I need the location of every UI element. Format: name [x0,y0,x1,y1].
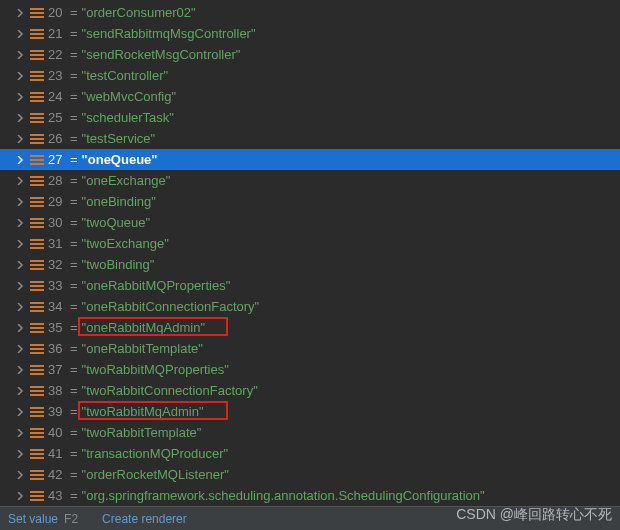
row-value: "orderConsumer02" [82,5,196,20]
list-icon [30,386,44,396]
row-index: 36 [48,341,66,356]
row-value: "transactionMQProducer" [82,446,229,461]
tree-row[interactable]: 40="twoRabbitTemplate" [0,422,620,443]
chevron-right-icon[interactable] [14,154,26,166]
equals-sign: = [70,362,78,377]
tree-row[interactable]: 23="testController" [0,65,620,86]
tree-row[interactable]: 29="oneBinding" [0,191,620,212]
row-value: "oneRabbitMQProperties" [82,278,231,293]
chevron-right-icon[interactable] [14,91,26,103]
chevron-right-icon[interactable] [14,427,26,439]
list-icon [30,50,44,60]
tree-row[interactable]: 37="twoRabbitMQProperties" [0,359,620,380]
row-index: 42 [48,467,66,482]
chevron-right-icon[interactable] [14,112,26,124]
row-index: 39 [48,404,66,419]
chevron-right-icon[interactable] [14,343,26,355]
chevron-right-icon[interactable] [14,7,26,19]
equals-sign: = [70,278,78,293]
chevron-right-icon[interactable] [14,322,26,334]
tree-row[interactable]: 30="twoQueue" [0,212,620,233]
tree-row[interactable]: 39="twoRabbitMqAdmin" [0,401,620,422]
tree-row[interactable]: 33="oneRabbitMQProperties" [0,275,620,296]
row-index: 33 [48,278,66,293]
chevron-right-icon[interactable] [14,49,26,61]
list-icon [30,197,44,207]
tree-row[interactable]: 42="orderRocketMQListener" [0,464,620,485]
tree-row[interactable]: 43="org.springframework.scheduling.annot… [0,485,620,506]
list-icon [30,365,44,375]
row-value: "oneQueue" [82,152,158,167]
row-index: 43 [48,488,66,503]
chevron-right-icon[interactable] [14,448,26,460]
equals-sign: = [70,194,78,209]
row-value: "testService" [82,131,156,146]
tree-row[interactable]: 21="sendRabbitmqMsgController" [0,23,620,44]
equals-sign: = [70,299,78,314]
row-index: 32 [48,257,66,272]
equals-sign: = [70,89,78,104]
chevron-right-icon[interactable] [14,133,26,145]
chevron-right-icon[interactable] [14,469,26,481]
tree-row[interactable]: 22="sendRocketMsgController" [0,44,620,65]
row-value: "twoExchange" [82,236,169,251]
tree-row[interactable]: 35="oneRabbitMqAdmin" [0,317,620,338]
chevron-right-icon[interactable] [14,490,26,502]
create-renderer-link[interactable]: Create renderer [102,512,187,526]
chevron-right-icon[interactable] [14,28,26,40]
row-value: "twoRabbitConnectionFactory" [82,383,258,398]
set-value-link[interactable]: Set value [8,512,58,526]
chevron-right-icon[interactable] [14,238,26,250]
chevron-right-icon[interactable] [14,70,26,82]
chevron-right-icon[interactable] [14,196,26,208]
row-value: "twoRabbitMQProperties" [82,362,229,377]
row-index: 40 [48,425,66,440]
tree-row[interactable]: 28="oneExchange" [0,170,620,191]
list-icon [30,92,44,102]
list-icon [30,407,44,417]
chevron-right-icon[interactable] [14,175,26,187]
debug-tree: 20="orderConsumer02"21="sendRabbitmqMsgC… [0,0,620,527]
list-icon [30,491,44,501]
tree-row[interactable]: 31="twoExchange" [0,233,620,254]
chevron-right-icon[interactable] [14,280,26,292]
equals-sign: = [70,68,78,83]
row-index: 41 [48,446,66,461]
row-value: "oneBinding" [82,194,156,209]
equals-sign: = [70,26,78,41]
tree-row[interactable]: 24="webMvcConfig" [0,86,620,107]
tree-row[interactable]: 34="oneRabbitConnectionFactory" [0,296,620,317]
list-icon [30,302,44,312]
tree-row[interactable]: 41="transactionMQProducer" [0,443,620,464]
row-index: 21 [48,26,66,41]
tree-row[interactable]: 36="oneRabbitTemplate" [0,338,620,359]
equals-sign: = [70,215,78,230]
tree-row[interactable]: 27="oneQueue" [0,149,620,170]
chevron-right-icon[interactable] [14,301,26,313]
equals-sign: = [70,467,78,482]
chevron-right-icon[interactable] [14,406,26,418]
tree-row[interactable]: 25="schedulerTask" [0,107,620,128]
equals-sign: = [70,236,78,251]
row-value: "webMvcConfig" [82,89,177,104]
equals-sign: = [70,47,78,62]
row-value: "oneExchange" [82,173,171,188]
row-index: 26 [48,131,66,146]
tree-row[interactable]: 38="twoRabbitConnectionFactory" [0,380,620,401]
equals-sign: = [70,320,78,335]
row-index: 22 [48,47,66,62]
row-value: "sendRabbitmqMsgController" [82,26,256,41]
tree-row[interactable]: 32="twoBinding" [0,254,620,275]
chevron-right-icon[interactable] [14,364,26,376]
list-icon [30,218,44,228]
chevron-right-icon[interactable] [14,217,26,229]
tree-row[interactable]: 26="testService" [0,128,620,149]
tree-row[interactable]: 20="orderConsumer02" [0,2,620,23]
equals-sign: = [70,173,78,188]
chevron-right-icon[interactable] [14,259,26,271]
list-icon [30,29,44,39]
row-value: "twoRabbitMqAdmin" [82,404,204,419]
chevron-right-icon[interactable] [14,385,26,397]
row-value: "twoBinding" [82,257,155,272]
row-value: "sendRocketMsgController" [82,47,241,62]
